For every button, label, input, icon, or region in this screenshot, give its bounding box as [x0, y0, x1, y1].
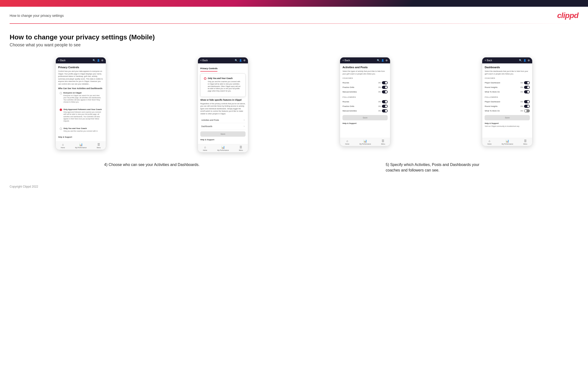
- screen4-help[interactable]: Help & Support: [484, 122, 530, 125]
- menu-activities[interactable]: Activities and Posts ›: [200, 117, 246, 123]
- nav-home-3[interactable]: ⌂ Home: [345, 139, 349, 145]
- caption1-box: 4) Choose who can see your Activities an…: [104, 162, 200, 173]
- followers-drills-toggle[interactable]: [382, 105, 388, 108]
- nav-menu-2[interactable]: ☰ Menu: [239, 146, 243, 151]
- coaches-what-to-work-row: What To Work On ON: [484, 90, 530, 94]
- followers-rounds-toggle[interactable]: [382, 100, 388, 103]
- screen1-help[interactable]: Help & Support: [58, 136, 104, 138]
- screen3-save-btn[interactable]: Save: [342, 115, 388, 120]
- person-icon-4[interactable]: 👤: [523, 59, 526, 62]
- screen1-back[interactable]: < Back: [58, 59, 66, 62]
- screen4-col: < Back 🔍 👤 ⚙ Dashboards Select the dashb…: [436, 57, 578, 152]
- coaches-manual-row: Manual Activities ON: [342, 90, 388, 94]
- screen3-help[interactable]: Help & Support: [342, 122, 388, 125]
- screen2-back[interactable]: < Back: [200, 59, 208, 62]
- screen3-back[interactable]: < Back: [342, 59, 350, 62]
- page-title: How to change your privacy settings (Mob…: [10, 33, 578, 41]
- person-icon-2[interactable]: 👤: [239, 59, 242, 62]
- screen1-option2[interactable]: Only Approved Followers and Your Coach O…: [58, 107, 104, 123]
- screen4-section-title: Dashboards: [484, 66, 530, 69]
- menu-icon-1: ☰: [97, 143, 100, 146]
- nav-menu-4[interactable]: ☰ Menu: [523, 139, 527, 145]
- nav-home-4[interactable]: ⌂ Home: [487, 139, 491, 145]
- coaches-ri-on: ON: [520, 86, 523, 88]
- page-subtitle: Choose what you want people to see: [10, 42, 578, 48]
- nav-performance-1[interactable]: 📊 My Performance: [75, 143, 86, 149]
- nav-performance-3[interactable]: 📊 My Performance: [360, 139, 371, 145]
- coaches-drills-row: Practice Drills ON: [342, 85, 388, 90]
- followers-wtw-on: ON: [520, 110, 523, 112]
- followers-ri-toggle[interactable]: [524, 105, 530, 108]
- settings-icon-4[interactable]: ⚙: [528, 59, 530, 62]
- menu-dashboards-label: Dashboards: [201, 125, 212, 127]
- nav-menu-1[interactable]: ☰ Menu: [97, 143, 101, 149]
- screen3-body: Activities and Posts Select the types of…: [340, 63, 390, 138]
- coaches-drills-toggle[interactable]: [382, 86, 388, 89]
- coaches-manual-toggle[interactable]: [382, 90, 388, 93]
- menu-activities-label: Activities and Posts: [201, 119, 219, 121]
- coaches-wtw-on: ON: [520, 91, 523, 93]
- followers-manual-toggle[interactable]: [382, 109, 388, 112]
- followers-manual-row: Manual Activities ON: [342, 108, 388, 113]
- screen3-mockup: < Back 🔍 👤 ⚙ Activities and Posts Select…: [340, 57, 390, 146]
- screen2-nav-icons: 🔍 👤 ⚙: [235, 59, 246, 62]
- followers-wtw-row: What To Work On ON: [484, 108, 530, 113]
- radio3-title: Only You and Your Coach: [63, 127, 98, 129]
- settings-icon-3[interactable]: ⚙: [386, 59, 388, 62]
- followers-header-3: FOLLOWERS: [342, 96, 388, 98]
- coaches-wtw-toggle[interactable]: [524, 90, 530, 93]
- nav-home-label-3: Home: [345, 143, 349, 145]
- followers-manual-label: Manual Activities: [342, 110, 357, 112]
- screen4-bottom-nav: ⌂ Home 📊 My Performance ☰ Menu: [482, 138, 532, 146]
- menu-icon-3: ☰: [382, 139, 384, 143]
- coaches-rounds-toggle[interactable]: [382, 81, 388, 84]
- search-icon[interactable]: 🔍: [93, 59, 95, 62]
- coaches-pd-toggle[interactable]: [524, 81, 530, 84]
- followers-wtw-label: What To Work On: [484, 110, 500, 112]
- screen1-option3[interactable]: Only You and Your Coach Only you and the…: [58, 126, 104, 133]
- header: How to change your privacy settings clip…: [0, 7, 588, 23]
- screen2-popup-option: Only You and Your Coach Only you and the…: [202, 76, 243, 94]
- nav-menu-3[interactable]: ☰ Menu: [381, 139, 385, 145]
- search-icon-2[interactable]: 🔍: [235, 59, 238, 62]
- nav-performance-4[interactable]: 📊 My Performance: [502, 139, 513, 145]
- arrow-icon-2: ›: [244, 125, 245, 127]
- followers-pd-on: ON: [520, 101, 523, 103]
- radio2-circle: [60, 108, 62, 111]
- screen2-help[interactable]: Help & Support: [200, 139, 246, 141]
- screen1-body: Privacy Controls Control how you and you…: [56, 63, 106, 142]
- nav-performance-2[interactable]: 📊 My Performance: [217, 146, 229, 151]
- followers-wtw-toggle[interactable]: [524, 109, 530, 112]
- performance-icon-4: 📊: [506, 139, 509, 143]
- search-icon-4[interactable]: 🔍: [519, 59, 522, 62]
- nav-home-2[interactable]: ⌂ Home: [203, 146, 207, 151]
- radio1-title: Everyone on Clippd: [63, 92, 102, 94]
- person-icon-3[interactable]: 👤: [381, 59, 384, 62]
- screen1-section-title: Privacy Controls: [58, 66, 104, 69]
- nav-home-label-2: Home: [203, 149, 207, 151]
- radio3-circle: [60, 127, 62, 130]
- screen4-save-btn[interactable]: Save: [484, 115, 530, 120]
- search-icon-3[interactable]: 🔍: [377, 59, 380, 62]
- coaches-ri-toggle[interactable]: [524, 86, 530, 89]
- radio1-desc: Everyone on Clippd can search for you an…: [63, 94, 102, 103]
- screen2-save-btn[interactable]: Save: [200, 131, 246, 137]
- screen3-bottom-nav: ⌂ Home 📊 My Performance ☰ Menu: [340, 138, 390, 146]
- screen4-back[interactable]: < Back: [484, 59, 492, 62]
- nav-home-1[interactable]: ⌂ Home: [61, 143, 65, 149]
- followers-ri-label: Round Insights: [484, 105, 497, 107]
- caption1-cell: 4) Choose who can see your Activities an…: [10, 157, 294, 173]
- show-hide-title: Show or hide specific features in Clippd: [200, 99, 246, 101]
- caption2-text: 5) Specify which Activities, Posts and D…: [386, 162, 487, 173]
- settings-icon[interactable]: ⚙: [101, 59, 104, 62]
- coaches-header-3: COACHES: [342, 77, 388, 79]
- coaches-rounds-on: ON: [378, 82, 381, 83]
- person-icon[interactable]: 👤: [97, 59, 100, 62]
- home-icon-4: ⌂: [489, 139, 490, 143]
- settings-icon-2[interactable]: ⚙: [243, 59, 246, 62]
- followers-pd-toggle[interactable]: [524, 100, 530, 103]
- screen1-option1[interactable]: Everyone on Clippd Everyone on Clippd ca…: [58, 90, 104, 104]
- menu-dashboards[interactable]: Dashboards ›: [200, 123, 246, 129]
- screen2-tab[interactable]: Privacy Controls: [200, 66, 218, 72]
- screen3-nav-icons: 🔍 👤 ⚙: [377, 59, 388, 62]
